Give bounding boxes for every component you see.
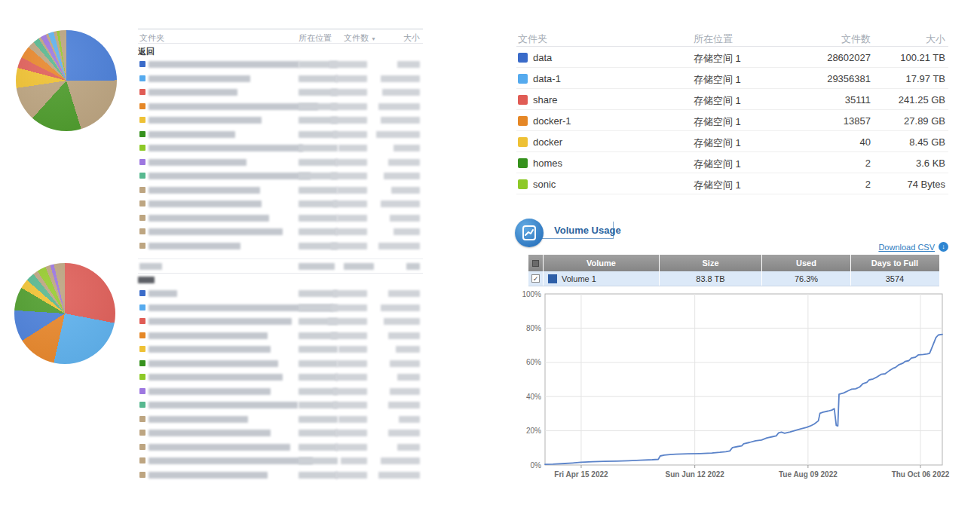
folder-color-swatch <box>518 74 528 84</box>
column-header-folder[interactable]: 文件夹 <box>518 32 547 46</box>
table-row[interactable] <box>138 329 423 343</box>
y-axis-tick-label: 40% <box>526 393 541 401</box>
column-header-count[interactable]: 文件数▼ <box>344 32 376 44</box>
blurred-location <box>299 374 338 381</box>
table-row[interactable] <box>138 211 423 225</box>
table-row[interactable] <box>138 342 423 356</box>
row-checkbox[interactable]: ✓ <box>528 271 544 286</box>
table-row[interactable] <box>138 356 423 371</box>
table-row[interactable]: docker存储空间 1408.45 GB <box>516 131 948 152</box>
blurred-folder-name <box>149 388 271 395</box>
table-row[interactable] <box>138 99 423 114</box>
blurred-folder-name <box>149 374 283 381</box>
table-row[interactable] <box>138 440 423 454</box>
table-row[interactable] <box>138 197 423 211</box>
table-row[interactable] <box>138 141 423 155</box>
blurred-folder-name <box>149 416 248 423</box>
blurred-count <box>333 388 367 395</box>
folder-color-swatch <box>139 145 145 151</box>
blurred-folder-name <box>149 430 271 436</box>
sort-descending-icon: ▼ <box>371 36 376 41</box>
table-row[interactable] <box>138 169 423 183</box>
blurred-size <box>394 228 420 235</box>
table-row[interactable]: share存储空间 135111241.25 GB <box>516 89 948 110</box>
folder-color-swatch <box>139 215 145 221</box>
folder-file-count: 2 <box>865 179 871 190</box>
column-header-folder[interactable]: 文件夹 <box>139 32 164 44</box>
back-link[interactable]: 返回 <box>138 44 423 57</box>
back-link-blurred[interactable] <box>138 274 423 286</box>
folder-color-swatch <box>139 75 145 81</box>
folder-color-swatch <box>139 472 145 478</box>
table-row[interactable] <box>138 384 423 399</box>
column-header-size[interactable]: Size <box>660 255 762 271</box>
blurred-folder-name <box>149 318 292 325</box>
table-row[interactable] <box>138 412 423 427</box>
table-row[interactable] <box>138 314 423 329</box>
blurred-folder-name <box>149 472 268 479</box>
folder-size: 17.97 TB <box>905 73 945 84</box>
table-row[interactable] <box>138 426 423 440</box>
table-row[interactable]: homes存储空间 123.6 KB <box>516 152 948 173</box>
table-row[interactable] <box>138 468 423 482</box>
table-row[interactable] <box>138 370 423 384</box>
table-row[interactable]: sonic存储空间 1274 Bytes <box>516 173 948 194</box>
folder-size: 100.21 TB <box>900 52 945 63</box>
folder-name: docker <box>533 136 562 148</box>
folder-location: 存储空间 1 <box>694 115 741 129</box>
column-header-location[interactable]: 所在位置 <box>694 32 733 46</box>
folders-table-blurred-bottom <box>138 258 423 482</box>
blurred-location <box>299 290 338 297</box>
blurred-location <box>299 75 338 82</box>
table-row[interactable] <box>138 301 423 315</box>
table-row[interactable]: data存储空间 128602027100.21 TB <box>516 47 948 68</box>
blurred-size <box>388 159 420 166</box>
blurred-location <box>299 131 338 138</box>
column-header-size[interactable]: 大小 <box>403 32 420 44</box>
table-row[interactable] <box>138 398 423 412</box>
table-row[interactable] <box>138 239 423 253</box>
table-row[interactable]: ✓ Volume 1 83.8 TB 76.3% 3574 <box>528 271 939 286</box>
column-header-volume[interactable]: Volume <box>544 255 660 271</box>
table-row[interactable]: docker-1存储空间 11385727.89 GB <box>516 110 948 131</box>
folder-file-count: 35111 <box>845 94 871 106</box>
plot-border <box>545 294 942 465</box>
table-row[interactable] <box>138 155 423 170</box>
table-row[interactable] <box>138 57 423 72</box>
table-row[interactable] <box>138 85 423 99</box>
table-row[interactable] <box>138 72 423 86</box>
download-arrow-icon[interactable]: ↓ <box>939 242 948 252</box>
folders-pie-chart-bottom <box>14 263 115 364</box>
folder-name: share <box>533 94 558 106</box>
folder-color-swatch <box>518 137 528 147</box>
blurred-count <box>337 187 367 194</box>
folder-color-swatch <box>139 61 145 67</box>
column-header-days-to-full[interactable]: Days to Full <box>851 255 939 271</box>
blurred-count <box>338 416 367 423</box>
table-row[interactable] <box>138 454 423 468</box>
column-header-count[interactable]: 文件数 <box>841 32 871 46</box>
blurred-size <box>381 304 420 311</box>
column-header-used[interactable]: Used <box>762 255 851 271</box>
download-csv-link[interactable]: Download CSV <box>878 243 935 252</box>
blurred-folder-name <box>149 159 247 166</box>
table-row[interactable] <box>138 286 423 301</box>
table-row[interactable] <box>138 183 423 197</box>
blurred-count <box>333 402 367 408</box>
table-row[interactable] <box>138 127 423 142</box>
table-row[interactable] <box>138 113 423 127</box>
column-header-size[interactable]: 大小 <box>926 32 945 46</box>
blurred-location <box>299 388 338 395</box>
blurred-folder-name <box>149 131 235 138</box>
table-row[interactable] <box>138 225 423 239</box>
x-axis-tick-label: Tue Aug 09 2022 <box>779 470 838 479</box>
folder-color-swatch <box>139 89 145 95</box>
blurred-location <box>299 360 338 367</box>
blurred-size <box>381 200 420 207</box>
select-all-checkbox[interactable] <box>528 255 544 271</box>
table-row[interactable]: data-1存储空间 12935638117.97 TB <box>516 68 948 89</box>
section-title: Volume Usage <box>554 225 621 236</box>
volume-used: 76.3% <box>762 271 851 286</box>
folder-color-swatch <box>139 290 145 296</box>
column-header-location[interactable]: 所在位置 <box>299 32 332 44</box>
